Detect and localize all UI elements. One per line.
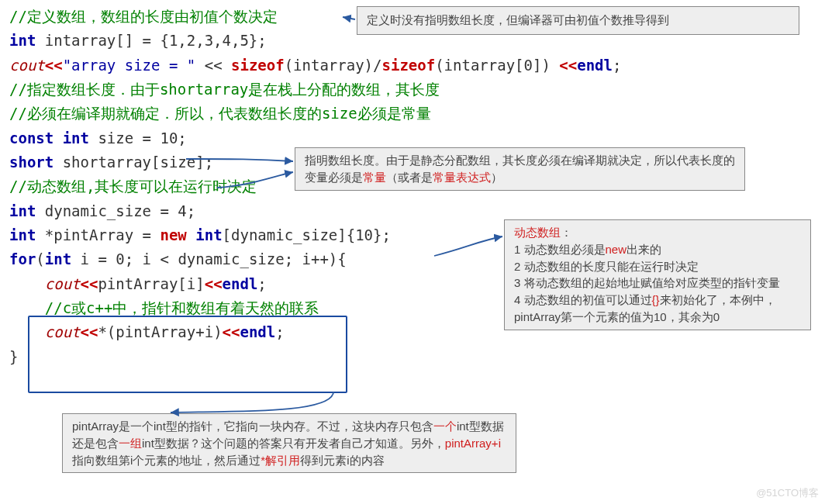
highlight-box bbox=[28, 316, 347, 393]
annotation-box-4: pintArray是一个int型的指针，它指向一块内存。不过，这块内存只包含一个… bbox=[62, 413, 516, 473]
annotation-box-2: 指明数组长度。由于是静态分配数组，其长度必须在编译期就决定，所以代表长度的变量必… bbox=[295, 147, 745, 191]
annotation-box-1: 定义时没有指明数组长度，但编译器可由初值个数推导得到 bbox=[357, 6, 799, 35]
code-line-4: //指定数组长度．由于shortarray是在栈上分配的数组，其长度 bbox=[9, 78, 816, 102]
annotation-box-3: 动态数组： 1 动态数组必须是new出来的 2 动态数组的长度只能在运行时决定 … bbox=[504, 219, 811, 330]
code-line-5: //必须在编译期就确定．所以，代表数组长度的size必须是常量 bbox=[9, 102, 816, 126]
code-line-3: cout<<"array size = " << sizeof(intarray… bbox=[9, 54, 816, 78]
watermark: @51CTO博客 bbox=[756, 485, 819, 501]
